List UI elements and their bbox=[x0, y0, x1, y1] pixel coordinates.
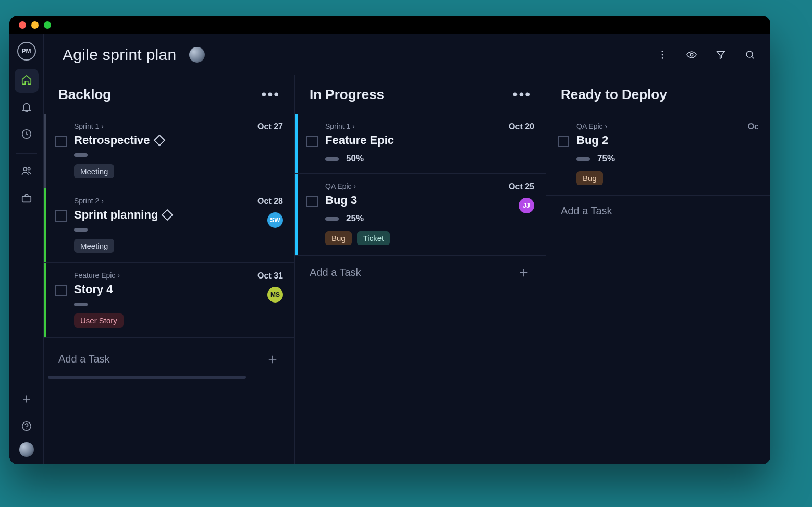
task-card[interactable]: QA Epic› Bug 2 75% Bug bbox=[546, 114, 770, 195]
progress-bar bbox=[576, 157, 590, 161]
assignee-avatar[interactable]: SW bbox=[267, 212, 283, 228]
card-right: Oc bbox=[717, 122, 759, 185]
nav-help[interactable] bbox=[15, 415, 39, 439]
column-body: Sprint 1› Feature Epic 50% bbox=[295, 114, 546, 464]
task-card[interactable]: QA Epic› Bug 3 25% Bug bbox=[295, 173, 546, 255]
tag[interactable]: Bug bbox=[576, 171, 603, 185]
board-owner-avatar[interactable] bbox=[189, 47, 205, 63]
scrollbar-thumb[interactable] bbox=[48, 376, 246, 379]
nav-divider bbox=[16, 153, 37, 154]
task-card[interactable]: Sprint 1› Feature Epic 50% bbox=[295, 114, 546, 174]
task-card[interactable]: Sprint 2› Sprint planning bbox=[44, 188, 294, 263]
chevron-right-icon: › bbox=[605, 122, 608, 130]
svg-point-1 bbox=[23, 167, 27, 171]
search-button[interactable] bbox=[744, 49, 756, 61]
progress-row: 25% bbox=[325, 213, 485, 224]
task-checkbox[interactable] bbox=[55, 136, 67, 147]
header-actions bbox=[657, 49, 756, 61]
chevron-right-icon: › bbox=[101, 197, 104, 205]
task-title[interactable]: Bug 2 bbox=[576, 134, 608, 147]
window-titlebar bbox=[9, 16, 770, 34]
task-breadcrumb[interactable]: Feature Epic› bbox=[74, 271, 234, 280]
tag[interactable]: Ticket bbox=[357, 231, 390, 245]
task-title[interactable]: Bug 3 bbox=[325, 194, 357, 207]
card-content: QA Epic› Bug 2 75% Bug bbox=[576, 122, 710, 185]
nav-recent[interactable] bbox=[15, 123, 39, 147]
window-zoom-button[interactable] bbox=[44, 21, 51, 29]
svg-point-9 bbox=[690, 53, 693, 56]
column-title[interactable]: Backlog bbox=[58, 87, 111, 103]
add-task-label: Add a Task bbox=[58, 353, 110, 365]
progress-row bbox=[74, 228, 234, 232]
nav-people[interactable] bbox=[15, 160, 39, 184]
svg-point-8 bbox=[662, 57, 663, 59]
task-card[interactable]: Sprint 1› Retrospective bbox=[44, 114, 294, 188]
task-title[interactable]: Sprint planning bbox=[74, 208, 158, 222]
column-backlog: Backlog ••• Sprint 1› Retrospective bbox=[44, 75, 295, 464]
assignee-avatar[interactable]: MS bbox=[267, 287, 283, 303]
more-menu[interactable] bbox=[657, 49, 668, 61]
task-date: Oct 27 bbox=[257, 122, 283, 131]
card-right: Oct 27 bbox=[241, 122, 283, 178]
column-header: In Progress ••• bbox=[295, 75, 546, 114]
column-title[interactable]: Ready to Deploy bbox=[561, 87, 667, 103]
clock-icon bbox=[21, 128, 32, 142]
column-title[interactable]: In Progress bbox=[310, 87, 384, 103]
card-right: Oct 25 JJ bbox=[493, 182, 534, 245]
task-breadcrumb[interactable]: QA Epic› bbox=[576, 122, 710, 130]
window-minimize-button[interactable] bbox=[31, 21, 39, 29]
task-breadcrumb[interactable]: Sprint 1› bbox=[325, 122, 485, 130]
title-row: Bug 3 bbox=[325, 194, 485, 207]
card-content: Sprint 1› Retrospective bbox=[74, 122, 234, 178]
column-in-progress: In Progress ••• Sprint 1› Feature E bbox=[295, 75, 546, 464]
svg-point-2 bbox=[28, 167, 30, 170]
task-checkbox[interactable] bbox=[306, 196, 318, 207]
tag[interactable]: Meeting bbox=[74, 239, 114, 253]
add-task-button[interactable]: Add a Task bbox=[546, 195, 770, 226]
task-card[interactable]: Feature Epic› Story 4 User Story bbox=[44, 262, 294, 337]
svg-point-7 bbox=[662, 54, 663, 55]
tag[interactable]: Bug bbox=[325, 231, 352, 245]
breadcrumb-text: QA Epic bbox=[325, 182, 352, 190]
milestone-icon bbox=[162, 209, 174, 221]
task-date: Oct 20 bbox=[509, 122, 534, 131]
task-date: Oct 25 bbox=[509, 182, 534, 191]
filter-button[interactable] bbox=[715, 49, 727, 61]
nav-projects[interactable] bbox=[15, 187, 39, 211]
task-checkbox[interactable] bbox=[55, 285, 67, 296]
app-window: PM bbox=[9, 16, 770, 464]
task-date: Oct 28 bbox=[257, 197, 283, 206]
task-checkbox[interactable] bbox=[558, 136, 569, 147]
visibility-toggle[interactable] bbox=[686, 49, 697, 61]
task-title[interactable]: Story 4 bbox=[74, 283, 113, 296]
task-title[interactable]: Retrospective bbox=[74, 134, 150, 147]
assignee-avatar[interactable]: JJ bbox=[519, 198, 534, 213]
task-breadcrumb[interactable]: Sprint 2› bbox=[74, 197, 234, 205]
filter-icon bbox=[715, 53, 727, 62]
card-content: Sprint 2› Sprint planning bbox=[74, 197, 234, 253]
nav-notifications[interactable] bbox=[15, 96, 39, 120]
app-logo[interactable]: PM bbox=[17, 42, 36, 61]
progress-bar bbox=[74, 228, 88, 232]
plus-icon: ＋ bbox=[516, 265, 531, 280]
task-checkbox[interactable] bbox=[306, 136, 318, 147]
nav-home[interactable] bbox=[15, 69, 39, 93]
task-breadcrumb[interactable]: QA Epic› bbox=[325, 182, 485, 190]
card-right: Oct 20 bbox=[493, 122, 534, 164]
task-title[interactable]: Feature Epic bbox=[325, 134, 394, 147]
tag[interactable]: User Story bbox=[74, 313, 124, 328]
task-checkbox[interactable] bbox=[55, 210, 67, 222]
window-close-button[interactable] bbox=[19, 21, 26, 29]
tag[interactable]: Meeting bbox=[74, 164, 114, 178]
add-task-button[interactable]: Add a Task ＋ bbox=[44, 342, 294, 376]
task-breadcrumb[interactable]: Sprint 1› bbox=[74, 122, 234, 130]
breadcrumb-text: Sprint 1 bbox=[74, 122, 99, 130]
nav-add[interactable] bbox=[15, 388, 39, 412]
chevron-right-icon: › bbox=[354, 182, 356, 190]
add-task-button[interactable]: Add a Task ＋ bbox=[295, 255, 546, 289]
current-user-avatar[interactable] bbox=[19, 442, 34, 457]
board-title[interactable]: Agile sprint plan bbox=[63, 46, 177, 64]
horizontal-scrollbar[interactable] bbox=[44, 376, 294, 381]
tag-row: Meeting bbox=[74, 164, 234, 178]
title-row: Feature Epic bbox=[325, 134, 485, 147]
